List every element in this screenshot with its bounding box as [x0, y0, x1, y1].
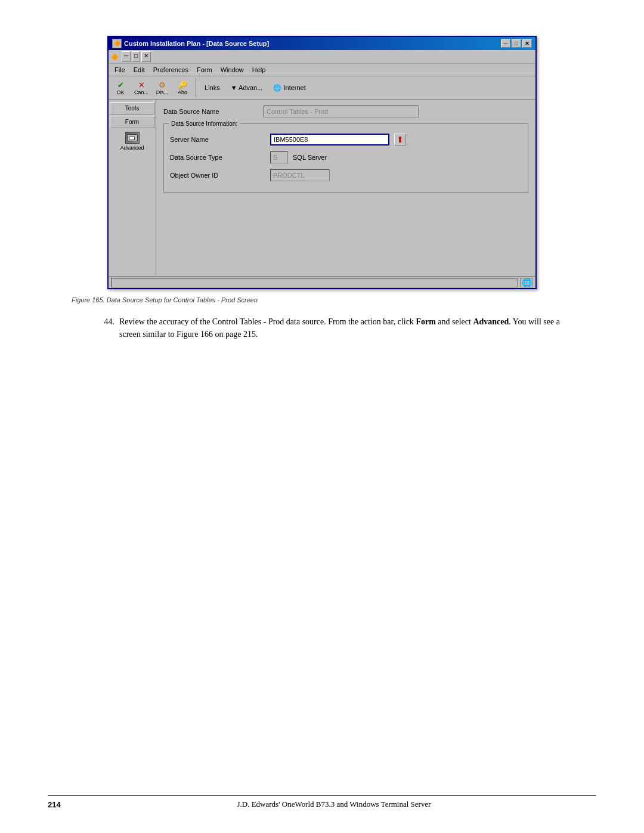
data-source-type-inputs: SQL Server: [270, 151, 327, 163]
data-source-name-row: Data Source Name: [163, 106, 528, 117]
browse-icon: ⬆: [397, 135, 404, 144]
form-area: Data Source Name Data Source Information…: [156, 100, 535, 276]
server-name-label: Server Name: [170, 136, 265, 143]
about-icon: 🔑: [178, 80, 187, 89]
toolbar-display-button[interactable]: ⚙ Dis...: [153, 78, 172, 97]
title-bar: 🔶 Custom Installation Plan - [Data Sourc…: [109, 37, 535, 50]
data-source-name-label: Data Source Name: [163, 108, 259, 115]
object-owner-id-input[interactable]: [270, 169, 330, 181]
data-source-type-short-input[interactable]: [270, 151, 288, 163]
window-title: Custom Installation Plan - [Data Source …: [124, 40, 269, 47]
object-owner-id-label: Object Owner ID: [170, 172, 265, 179]
menu-preferences[interactable]: Preferences: [150, 65, 192, 75]
status-left-pane: [111, 278, 518, 287]
ok-icon: ✔: [116, 80, 125, 89]
toolbar-cancel-button[interactable]: ✕ Can...: [131, 78, 151, 97]
toolbar-action-buttons: ✔ OK ✕ Can... ⚙ Dis... 🔑 Abo: [111, 78, 196, 97]
globe-icon: 🌐: [273, 84, 281, 91]
ok-label: OK: [116, 89, 124, 95]
server-name-row: Server Name ⬆: [170, 134, 522, 145]
data-source-type-row: Data Source Type SQL Server: [170, 151, 522, 163]
menu-window[interactable]: Window: [217, 65, 247, 75]
app-icon: 🔶: [112, 39, 122, 48]
sidebar-advanced-button[interactable]: Advanced: [110, 129, 154, 153]
status-right-pane: 🌐: [520, 278, 533, 287]
menu-file[interactable]: File: [111, 65, 129, 75]
cancel-label: Can...: [134, 89, 148, 95]
menu-form[interactable]: Form: [193, 65, 216, 75]
app-window: 🔶 Custom Installation Plan - [Data Sourc…: [107, 36, 537, 289]
data-source-type-full-label: SQL Server: [293, 154, 327, 161]
toolbar-ok-button[interactable]: ✔ OK: [111, 78, 130, 97]
advanced-button[interactable]: ▼ Advan...: [227, 83, 267, 92]
close-button[interactable]: ✕: [522, 39, 532, 48]
page-container: 🔶 Custom Installation Plan - [Data Sourc…: [0, 0, 644, 833]
menu-bar: File Edit Preferences Form Window Help: [109, 64, 535, 76]
content-area: Tools Form Advanced Da: [109, 100, 535, 276]
group-legend: Data Source Information:: [169, 120, 240, 127]
body-text-bold-form: Form: [416, 317, 435, 326]
data-source-type-label: Data Source Type: [170, 154, 265, 161]
footer-text: J.D. Edwards' OneWorld B73.3 and Windows…: [72, 800, 596, 809]
sidebar-form-button[interactable]: Form: [110, 116, 154, 128]
page-footer: 214 J.D. Edwards' OneWorld B73.3 and Win…: [48, 795, 596, 809]
title-bar-left: 🔶 Custom Installation Plan - [Data Sourc…: [112, 39, 269, 48]
form-spacer: [163, 199, 528, 270]
screenshot-wrapper: 🔶 Custom Installation Plan - [Data Sourc…: [48, 36, 596, 289]
inner-icon: 🔶: [111, 54, 118, 60]
cancel-icon: ✕: [137, 80, 146, 89]
data-source-name-input[interactable]: [264, 106, 419, 117]
internet-button[interactable]: 🌐 Internet: [270, 83, 309, 93]
menu-help[interactable]: Help: [249, 65, 270, 75]
inner-maximize-button[interactable]: □: [132, 51, 140, 62]
display-icon: ⚙: [157, 80, 167, 89]
display-label: Dis...: [156, 89, 169, 95]
links-button[interactable]: Links: [201, 83, 224, 92]
body-text-middle: and select: [436, 317, 473, 326]
menu-edit[interactable]: Edit: [130, 65, 148, 75]
about-label: Abo: [178, 89, 187, 95]
status-globe-icon: 🌐: [522, 278, 532, 287]
advanced-label: Advanced: [120, 145, 144, 151]
inner-close-button[interactable]: ✕: [141, 51, 151, 62]
inner-title-bar: 🔶 ─ □ ✕: [109, 50, 535, 64]
body-text-step44: 44.Review the accuracy of the Control Ta…: [48, 315, 596, 340]
body-text-before: Review the accuracy of the Control Table…: [119, 317, 416, 326]
maximize-button[interactable]: □: [512, 39, 521, 48]
sidebar: Tools Form Advanced: [109, 100, 156, 276]
body-text-bold-advanced: Advanced: [473, 317, 509, 326]
server-browse-button[interactable]: ⬆: [394, 134, 406, 145]
sidebar-tools-button[interactable]: Tools: [110, 102, 154, 114]
data-source-info-group: Data Source Information: Server Name ⬆ D…: [163, 123, 528, 193]
advanced-icon: [125, 132, 140, 144]
toolbar-about-button[interactable]: 🔑 Abo: [173, 78, 192, 97]
inner-minimize-button[interactable]: ─: [122, 51, 131, 62]
toolbar-right-buttons: Links ▼ Advan... 🌐 Internet: [201, 83, 309, 93]
object-owner-id-row: Object Owner ID: [170, 169, 522, 181]
server-name-input[interactable]: [270, 134, 389, 145]
figure-caption: Figure 165. Data Source Setup for Contro…: [48, 296, 596, 304]
status-bar: 🌐: [109, 276, 535, 288]
toolbar: ✔ OK ✕ Can... ⚙ Dis... 🔑 Abo: [109, 76, 535, 100]
minimize-button[interactable]: ─: [501, 39, 510, 48]
title-bar-controls: ─ □ ✕: [501, 39, 532, 48]
step-number: 44.: [83, 315, 119, 328]
footer-page-number: 214: [48, 800, 72, 809]
